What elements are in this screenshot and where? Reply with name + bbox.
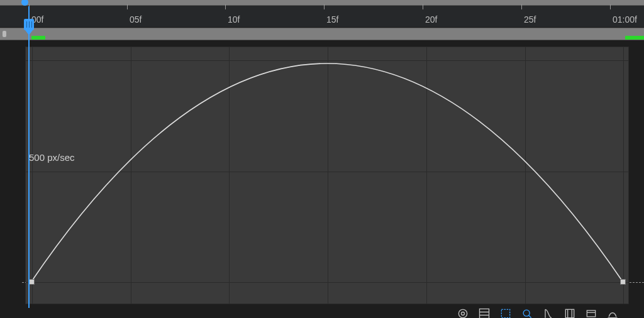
- current-time-indicator-head[interactable]: [24, 19, 34, 30]
- time-tick: 25f: [521, 6, 533, 16]
- grid-horizontal: [26, 282, 628, 283]
- layer-in-marker[interactable]: [31, 36, 45, 40]
- zoom-knob-left[interactable]: [21, 0, 28, 6]
- edit-selected-keyframes-icon[interactable]: [564, 307, 576, 318]
- keyframe-handle[interactable]: [29, 279, 35, 285]
- convert-expression-icon[interactable]: [585, 307, 597, 318]
- separate-dimensions-icon[interactable]: [542, 307, 555, 318]
- y-axis-label: 500 px/sec: [29, 152, 75, 163]
- grid-vertical: [229, 47, 230, 304]
- time-tick: 01:00f: [610, 6, 635, 16]
- grid-vertical: [328, 47, 328, 304]
- grid-vertical: [623, 47, 624, 304]
- grid-vertical: [32, 47, 33, 304]
- time-tick: 10f: [225, 6, 237, 16]
- fit-selection-icon[interactable]: [499, 307, 512, 318]
- svg-point-1: [462, 312, 465, 315]
- grid-horizontal: [26, 172, 628, 172]
- svg-point-0: [458, 309, 467, 317]
- current-time-indicator-line[interactable]: [28, 6, 30, 308]
- graph-editor-toolbar: [0, 307, 644, 318]
- grid-vertical: [426, 47, 427, 304]
- zoom-to-contents-icon[interactable]: [457, 307, 469, 318]
- time-tick: 20f: [423, 6, 435, 16]
- layer-out-marker[interactable]: [625, 36, 644, 40]
- grid-vertical: [131, 47, 131, 304]
- svg-rect-5: [565, 309, 574, 317]
- speed-graph-area[interactable]: [25, 47, 629, 304]
- work-area-start-handle[interactable]: [3, 31, 6, 37]
- time-ruler[interactable]: 00f05f10f15f20f25f01:00f: [0, 6, 644, 27]
- grid-vertical: [525, 47, 526, 304]
- time-tick: 15f: [324, 6, 336, 16]
- work-area-bar[interactable]: [0, 28, 644, 40]
- choose-graph-type-icon[interactable]: [478, 307, 491, 318]
- timeline-zoom-bar[interactable]: [0, 0, 644, 6]
- svg-rect-3: [501, 309, 509, 317]
- snap-icon[interactable]: [521, 307, 533, 318]
- keyframe-handle[interactable]: [620, 279, 626, 285]
- grid-horizontal: [26, 60, 628, 61]
- svg-rect-2: [480, 309, 489, 319]
- time-tick: 00f: [29, 6, 41, 16]
- time-tick: 05f: [127, 6, 139, 16]
- svg-rect-6: [587, 310, 595, 317]
- transform-box-icon[interactable]: [606, 307, 619, 318]
